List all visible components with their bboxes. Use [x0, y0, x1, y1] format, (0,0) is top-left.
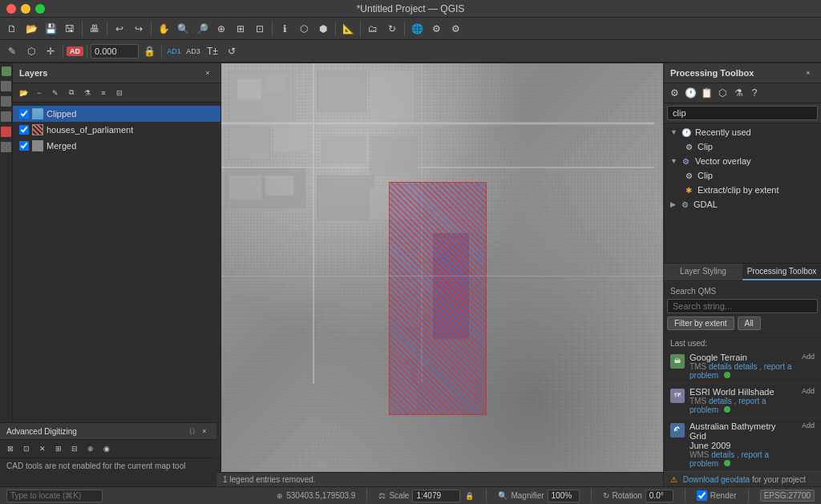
- render-checkbox[interactable]: [697, 490, 707, 501]
- label2-button[interactable]: AD3: [184, 42, 202, 60]
- zoom-selection-button[interactable]: ⊡: [251, 20, 269, 38]
- tree-clip-recently[interactable]: ⚙ Clip: [664, 139, 821, 154]
- filter-by-extent-button[interactable]: Filter by extent: [667, 317, 734, 330]
- scale-input[interactable]: [91, 44, 139, 58]
- rotation-input[interactable]: [645, 490, 673, 502]
- layers-close-button[interactable]: ×: [201, 67, 214, 79]
- layers-duplicate-button[interactable]: ⧉: [64, 86, 79, 100]
- plugin1-button[interactable]: ⚙: [427, 20, 445, 38]
- label1-button[interactable]: AD1: [165, 42, 183, 60]
- tab-layer-styling[interactable]: Layer Styling: [664, 264, 742, 280]
- all-button[interactable]: All: [738, 317, 761, 330]
- service-item-aus-bathy[interactable]: 🌊 Australian Bathymetry GridJune 2009 WM…: [664, 418, 821, 472]
- adv-dig-btn2[interactable]: ⊡: [19, 442, 34, 456]
- measure-button[interactable]: 📐: [339, 20, 357, 38]
- left-icon-layers[interactable]: [2, 67, 11, 76]
- zoom-full-button[interactable]: ⊕: [212, 20, 230, 38]
- tree-extract-clip[interactable]: ✱ Extract/clip by extent: [664, 183, 821, 197]
- tree-vector-overlay-header[interactable]: ▼ ⚙ Vector overlay: [664, 154, 821, 168]
- layers-open-button[interactable]: 📂: [16, 86, 30, 100]
- toggle-button[interactable]: T±: [204, 42, 221, 60]
- layer-checkbox-merged[interactable]: [19, 141, 29, 151]
- left-icon-browser[interactable]: [1, 81, 11, 91]
- layer-checkbox-houses[interactable]: [19, 125, 29, 135]
- adv-dig-btn7[interactable]: ◉: [99, 442, 114, 456]
- proc-history-btn[interactable]: 🕐: [683, 86, 698, 100]
- adv-dig-btn4[interactable]: ⊞: [51, 442, 66, 456]
- tree-recently-used-header[interactable]: ▼ 🕐 Recently used: [664, 125, 821, 139]
- adv-dig-close-btn[interactable]: ×: [199, 425, 210, 437]
- left-icon-db[interactable]: [1, 96, 11, 107]
- tree-gdal-header[interactable]: ▶ ⚙ GDAL: [664, 197, 821, 212]
- layer-item-houses[interactable]: houses_of_parliament: [13, 122, 220, 138]
- service-details-aus-bathy[interactable]: details: [711, 450, 734, 459]
- epsg-badge[interactable]: EPSG:27700: [760, 490, 815, 502]
- adv-dig-btn5[interactable]: ⊟: [67, 442, 82, 456]
- edit-button[interactable]: ✎: [3, 42, 21, 60]
- digitize-button[interactable]: ⬡: [22, 42, 40, 60]
- pan-button[interactable]: ✋: [155, 20, 172, 38]
- layers-properties-button[interactable]: ✎: [48, 86, 63, 100]
- layers-button[interactable]: 🗂: [364, 20, 382, 38]
- left-icon-wfs[interactable]: [1, 111, 11, 122]
- maximize-button[interactable]: [35, 4, 45, 14]
- layers-legend-button[interactable]: ≡: [96, 86, 111, 100]
- layer-checkbox-clipped[interactable]: [19, 109, 29, 119]
- layers-filter-button[interactable]: ⚗: [80, 86, 95, 100]
- zoom-out-button[interactable]: 🔎: [193, 20, 211, 38]
- zoom-layer-button[interactable]: ⊞: [232, 20, 249, 38]
- redo-button[interactable]: ↪: [130, 20, 148, 38]
- scale-lock-status[interactable]: 🔒: [463, 490, 475, 502]
- layer-item-clipped[interactable]: Clipped: [13, 106, 220, 122]
- open-project-button[interactable]: 📂: [22, 20, 40, 38]
- move-button[interactable]: ✛: [42, 42, 59, 60]
- save-as-button[interactable]: 🖫: [61, 20, 79, 38]
- proc-scripts-btn[interactable]: ⚗: [731, 86, 746, 100]
- new-project-button[interactable]: 🗋: [3, 20, 21, 38]
- tree-clip-vector[interactable]: ⚙ Clip: [664, 168, 821, 183]
- proc-help-btn[interactable]: ?: [747, 86, 762, 100]
- map-area[interactable]: [221, 63, 663, 487]
- service-item-esri-hillshade[interactable]: 🗺 ESRI World Hillshade TMS details , rep…: [664, 384, 821, 418]
- globe-button[interactable]: 🌐: [408, 20, 426, 38]
- service-add-esri-hillshade[interactable]: Add: [802, 387, 815, 395]
- select-button[interactable]: ⬡: [295, 20, 313, 38]
- processing-search-input[interactable]: [667, 106, 818, 120]
- deselect-button[interactable]: ⬢: [314, 20, 332, 38]
- refresh-button[interactable]: ↻: [383, 20, 401, 38]
- plugin2-button[interactable]: ⚙: [447, 20, 464, 38]
- layer-item-merged[interactable]: Merged: [13, 138, 220, 154]
- layers-remove-button[interactable]: −: [32, 86, 47, 100]
- window-controls[interactable]: [6, 4, 45, 14]
- scale-status-input[interactable]: [412, 490, 460, 502]
- print-button[interactable]: 🖶: [86, 20, 103, 38]
- service-add-aus-bathy[interactable]: Add: [802, 421, 815, 429]
- close-button[interactable]: [6, 4, 16, 14]
- identify-button[interactable]: ℹ: [276, 20, 293, 38]
- proc-results-btn[interactable]: 📋: [699, 86, 714, 100]
- processing-toolbox-close[interactable]: ×: [802, 67, 815, 79]
- adv-dig-btn3[interactable]: ✕: [35, 442, 50, 456]
- service-add-google-terrain[interactable]: Add: [802, 353, 815, 361]
- undo-button[interactable]: ↩: [111, 20, 128, 38]
- adv-dig-btn1[interactable]: ⊠: [3, 442, 18, 456]
- proc-models-btn[interactable]: ⬡: [715, 86, 730, 100]
- minimize-button[interactable]: [21, 4, 30, 14]
- scale-lock-button[interactable]: 🔒: [140, 42, 158, 60]
- undo2-button[interactable]: ↺: [223, 42, 241, 60]
- adv-dig-btn6[interactable]: ⊕: [83, 442, 98, 456]
- locate-input[interactable]: [6, 490, 103, 502]
- download-geodata-link[interactable]: Download geodata: [683, 475, 750, 484]
- zoom-in-button[interactable]: 🔍: [174, 20, 192, 38]
- service-details-esri-hillshade[interactable]: details: [709, 397, 732, 405]
- service-item-google-terrain[interactable]: 🏔 Google Terrain TMS details details , r…: [664, 349, 821, 384]
- layers-collapse-button[interactable]: ⊟: [112, 86, 127, 100]
- service-details-link-gt[interactable]: details: [734, 362, 758, 371]
- tab-processing-toolbox[interactable]: Processing Toolbox: [742, 264, 821, 280]
- proc-settings-btn[interactable]: ⚙: [667, 86, 681, 100]
- magnifier-input[interactable]: [548, 490, 580, 502]
- left-icon-qms[interactable]: [1, 127, 11, 137]
- qms-search-input[interactable]: [667, 299, 818, 313]
- left-icon-processing[interactable]: [1, 142, 11, 152]
- service-details-google-terrain[interactable]: details: [709, 362, 732, 371]
